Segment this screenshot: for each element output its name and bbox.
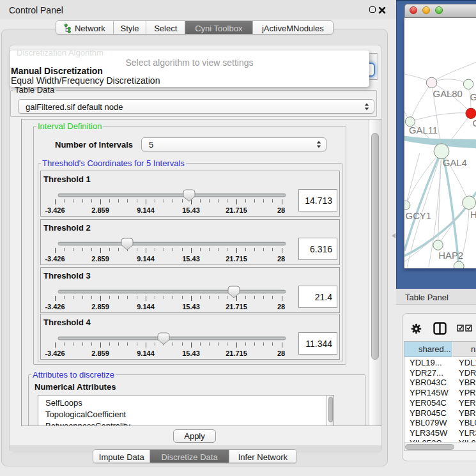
svg-text:GAL11: GAL11 — [409, 125, 438, 135]
svg-text:HAP2: HAP2 — [438, 250, 463, 261]
svg-text:GCY1: GCY1 — [406, 211, 431, 221]
svg-text:GAL80: GAL80 — [433, 89, 463, 99]
svg-text:GAL4: GAL4 — [443, 158, 467, 168]
svg-text:C: C — [472, 118, 476, 128]
svg-text:GA: GA — [470, 92, 476, 102]
svg-text:H: H — [470, 210, 476, 220]
